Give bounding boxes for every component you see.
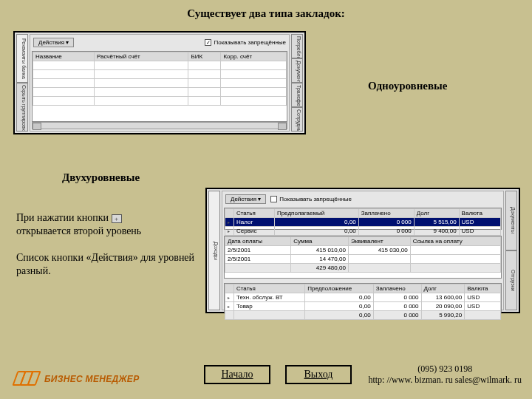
expand-icon[interactable]: ▸ <box>228 220 230 225</box>
start-button[interactable]: Начало <box>204 365 270 384</box>
horizontal-scrollbar[interactable] <box>32 122 287 129</box>
col-header[interactable]: Корр. счёт <box>221 52 287 61</box>
level2-grid[interactable]: Дата оплаты Сумма Эквивалент Ссылка на о… <box>224 236 502 279</box>
vtab[interactable]: Потребление <box>291 34 303 58</box>
level1-grid-bottom[interactable]: Статья Предположение Заплачено Долг Валю… <box>224 283 502 313</box>
col-header[interactable]: Предполагаемый <box>274 209 358 218</box>
col-header[interactable] <box>225 284 234 293</box>
show-forbidden-checkbox[interactable]: ✓ Показывать запрещённые <box>205 39 286 46</box>
vtab[interactable]: Доходы <box>208 191 220 310</box>
expand-description: При нажатии кнопки + открывается второй … <box>16 211 201 238</box>
actions-description: Список кнопки «Действия» для уровней раз… <box>16 251 201 278</box>
vertical-tabs-right: Документы Отгрузки <box>505 191 517 310</box>
vtab[interactable]: Отгрузки <box>505 250 517 310</box>
expand-icon[interactable]: ▸ <box>228 304 230 309</box>
vertical-tabs-right: Потребление Документы Трансферы Сотрудни… <box>291 34 303 132</box>
vtab[interactable]: Документы <box>505 191 517 250</box>
col-header[interactable]: Статья <box>234 284 305 293</box>
level1-grid-top[interactable]: Статья Предполагаемый Заплачено Долг Вал… <box>224 208 502 230</box>
col-header[interactable]: Долг <box>421 284 465 293</box>
col-header[interactable]: Дата оплаты <box>225 237 291 246</box>
expand-icon: + <box>112 214 122 223</box>
contact-url-email: http: //www. bizman. ru sales@wilmark. r… <box>368 375 522 386</box>
vtab[interactable]: Документы <box>291 58 303 83</box>
vtab[interactable]: Сотрудни- <box>291 107 303 132</box>
contact-block: (095) 923 0198 http: //www. bizman. ru s… <box>368 364 522 386</box>
vertical-tabs-left: Доходы <box>208 191 220 310</box>
col-header[interactable] <box>225 209 234 218</box>
vtab[interactable]: Скрыть группировки <box>16 83 28 132</box>
col-header[interactable]: Предположение <box>305 284 373 293</box>
col-header[interactable]: Валюта <box>465 284 501 293</box>
col-header[interactable]: Расчётный счёт <box>94 52 188 61</box>
toolbar: Действия ▾ ✓ Показывать запрещённые <box>30 35 289 50</box>
actions-button[interactable]: Действия ▾ <box>225 194 266 204</box>
col-header[interactable]: Заплачено <box>358 209 414 218</box>
exit-button[interactable]: Выход <box>285 365 352 384</box>
expand-icon[interactable]: ▸ <box>228 229 230 233</box>
logo-icon <box>15 369 40 389</box>
vertical-tabs-left: Реквизиты банка Скрыть группировки <box>16 34 28 132</box>
col-header[interactable]: Статья <box>234 209 275 218</box>
vtab[interactable]: Реквизиты банка <box>16 34 28 83</box>
col-header[interactable]: Сумма <box>291 237 349 246</box>
col-header[interactable]: Заплачено <box>373 284 421 293</box>
col-header[interactable]: Эквивалент <box>348 237 410 246</box>
col-header[interactable]: БИК <box>188 52 221 61</box>
label-single-level: Одноуровневые <box>368 80 447 92</box>
contact-phone: (095) 923 0198 <box>368 364 522 375</box>
table-row[interactable]: ▸ Сервис 0,00 0 000 9 400,00 USD <box>225 227 501 236</box>
table-row[interactable]: 2/5/2001 14 470,00 <box>225 255 501 264</box>
col-header[interactable]: Название <box>33 52 95 61</box>
table-row[interactable]: ▸ Налог 0,00 0 000 5 515,00 USD <box>225 218 501 227</box>
vtab[interactable]: Трансферы <box>291 83 303 107</box>
logo-text: БИЗНЕС МЕНЕДЖЕР <box>44 374 139 384</box>
checkbox-icon: ✓ <box>205 39 211 46</box>
slide-title: Существует два типа закладок: <box>0 0 532 26</box>
table-row[interactable]: ▸ Техн. обслуж. ВТ 0,00 0 000 13 600,00 … <box>225 293 501 302</box>
two-level-screenshot: Доходы Документы Отгрузки Действия ▾ Пок… <box>205 188 520 313</box>
toolbar: Действия ▾ Показывать запрещённые <box>222 191 503 206</box>
col-header[interactable]: Ссылка на оплату <box>410 237 500 246</box>
single-level-screenshot: Реквизиты банка Скрыть группировки Потре… <box>13 31 306 134</box>
logo: БИЗНЕС МЕНЕДЖЕР <box>15 369 139 389</box>
footer-row: 0,00 0 000 5 990,20 <box>225 311 501 320</box>
table-row[interactable]: 2/5/2001 415 010,00 415 030,00 <box>225 246 501 255</box>
col-header[interactable]: Валюта <box>459 209 500 218</box>
actions-button[interactable]: Действия ▾ <box>33 38 74 47</box>
table-row[interactable]: ▸ Товар 0,00 0 000 20 090,00 USD <box>225 302 501 311</box>
accounts-grid[interactable]: Название Расчётный счёт БИК Корр. счёт <box>32 51 287 122</box>
expand-icon[interactable]: ▸ <box>228 296 230 300</box>
checkbox-icon <box>270 196 277 202</box>
label-two-level: Двухуровневые <box>62 171 140 184</box>
footer-row: 429 480,00 <box>225 264 501 273</box>
show-forbidden-checkbox[interactable]: Показывать запрещённые <box>270 196 352 202</box>
col-header[interactable]: Долг <box>414 209 459 218</box>
